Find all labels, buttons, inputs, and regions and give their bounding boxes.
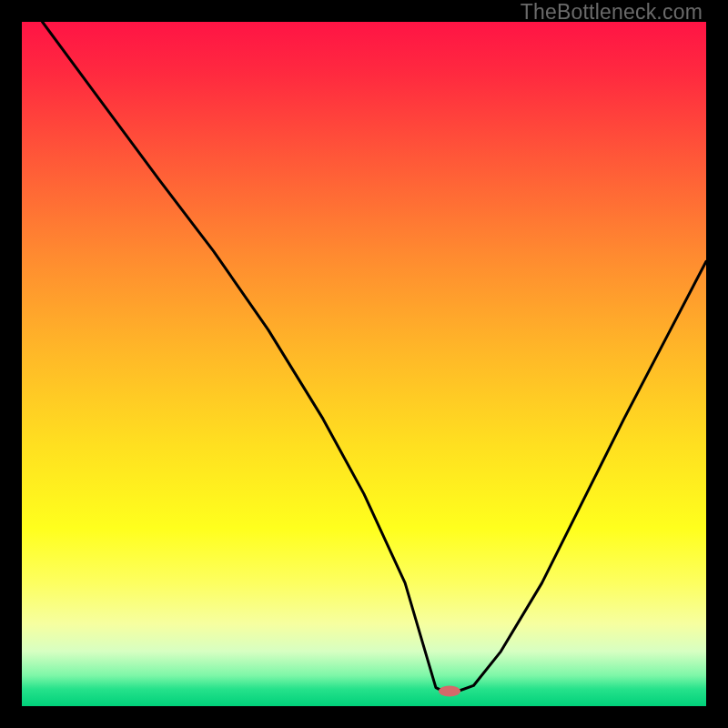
watermark-text: TheBottleneck.com: [521, 0, 703, 25]
plot-area: [22, 22, 706, 706]
data-curve: [43, 22, 706, 692]
marker-pill: [439, 685, 460, 696]
chart-svg: [22, 22, 706, 706]
chart-frame: TheBottleneck.com: [0, 0, 728, 728]
